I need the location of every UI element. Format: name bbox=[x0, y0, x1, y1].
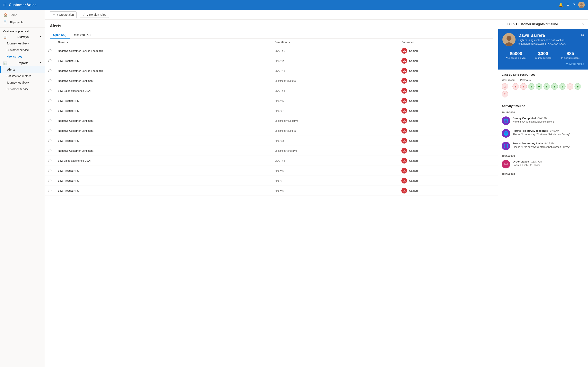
row-checkbox[interactable] bbox=[48, 169, 52, 172]
reports-header[interactable]: 📊 Reports ∧ bbox=[0, 60, 45, 66]
alerts-table: Name ∨ Condition ∨ Customer bbox=[45, 39, 498, 196]
nps-bubbles: 26799889792 bbox=[502, 83, 585, 98]
name-column-header[interactable]: Name ∨ bbox=[55, 39, 271, 46]
alerts-table-container[interactable]: Name ∨ Condition ∨ Customer bbox=[45, 39, 498, 367]
row-checkbox-cell[interactable] bbox=[45, 116, 55, 126]
sidebar-item-journey-feedback-report[interactable]: Journey feedback bbox=[0, 79, 45, 86]
tab-resolved[interactable]: Resolved (77) bbox=[70, 32, 94, 39]
surveys-header[interactable]: 📋 Surveys ∧ bbox=[0, 34, 45, 40]
row-checkbox[interactable] bbox=[48, 59, 52, 62]
customer-name-cell: Camero bbox=[409, 69, 419, 72]
sidebar-item-journey-feedback[interactable]: Journey feedback bbox=[0, 40, 45, 47]
table-row[interactable]: Negative Customer Sentiment Sentiment < … bbox=[45, 146, 498, 156]
table-row[interactable]: Low Product NPS NPS = 2 CE Camero bbox=[45, 56, 498, 66]
tab-open[interactable]: Open (23) bbox=[50, 32, 70, 39]
table-row[interactable]: Low Product NPS NPS < 3 CE Camero bbox=[45, 136, 498, 146]
row-checkbox[interactable] bbox=[48, 139, 52, 142]
nps-separator bbox=[510, 83, 510, 90]
surveys-label: Surveys bbox=[17, 35, 29, 39]
email-icon[interactable]: ✉ bbox=[581, 33, 584, 37]
row-checkbox-cell[interactable] bbox=[45, 46, 55, 56]
gear-icon[interactable]: ⚙ bbox=[566, 3, 570, 7]
alert-customer-cell: CE Camero bbox=[398, 86, 498, 96]
row-checkbox[interactable] bbox=[48, 79, 52, 82]
row-checkbox[interactable] bbox=[48, 89, 52, 92]
avatar[interactable] bbox=[578, 2, 585, 8]
chevron-up-icon: ∧ bbox=[39, 35, 42, 39]
row-checkbox[interactable] bbox=[48, 189, 52, 192]
customer-avatar-badge: CE bbox=[401, 88, 407, 94]
row-checkbox-cell[interactable] bbox=[45, 146, 55, 156]
customer-info-card: Dawn Barrera High earning customer, low … bbox=[498, 29, 588, 69]
nps-bubble-recent: 2 bbox=[502, 83, 508, 90]
row-checkbox[interactable] bbox=[48, 69, 52, 72]
view-alert-rules-button[interactable]: 🛡 View alert rules bbox=[80, 12, 109, 18]
table-row[interactable]: Negative Customer Sentiment Sentiment < … bbox=[45, 126, 498, 136]
row-checkbox-cell[interactable] bbox=[45, 66, 55, 76]
alert-condition-cell: CSAT = 1 bbox=[271, 66, 398, 76]
row-checkbox-cell[interactable] bbox=[45, 186, 55, 196]
table-row[interactable]: Low Product NPS NPS < 7 CE Camero bbox=[45, 176, 498, 186]
table-row[interactable]: Negative Customer Sentiment Sentiment = … bbox=[45, 116, 498, 126]
home-icon: 🏠 bbox=[3, 13, 7, 17]
view-full-profile-link[interactable]: View full profile bbox=[502, 61, 584, 66]
row-checkbox[interactable] bbox=[48, 159, 52, 162]
back-button[interactable]: ← bbox=[502, 22, 505, 26]
row-checkbox-cell[interactable] bbox=[45, 106, 55, 116]
table-row[interactable]: Low Product NPS NPS = 5 CE Camero bbox=[45, 166, 498, 176]
new-survey-label: New survey bbox=[7, 55, 22, 58]
sidebar-item-new-survey[interactable]: New survey bbox=[0, 53, 45, 60]
row-checkbox-cell[interactable] bbox=[45, 56, 55, 66]
table-row[interactable]: Negative Customer Sentiment Sentiment < … bbox=[45, 76, 498, 86]
table-row[interactable]: Low Sales experience CSAT CSAT < 4 CE Ca… bbox=[45, 156, 498, 166]
table-row[interactable]: Low Sales experience CSAT CSAT < 4 CE Ca… bbox=[45, 86, 498, 96]
row-checkbox[interactable] bbox=[48, 49, 52, 52]
sidebar: 🏠 Home 📄 All projects Customer support c… bbox=[0, 10, 45, 367]
nps-bubble-previous: 8 bbox=[544, 83, 550, 90]
help-icon[interactable]: ? bbox=[573, 3, 575, 7]
row-checkbox-cell[interactable] bbox=[45, 166, 55, 176]
table-row[interactable]: Low Product NPS NPS = 5 CE Camero bbox=[45, 186, 498, 196]
bell-icon[interactable]: 🔔 bbox=[559, 3, 563, 7]
waffle-icon[interactable]: ⊞ bbox=[3, 3, 6, 7]
stat-avg-spend-value: $5000 bbox=[502, 51, 530, 56]
sidebar-projects-label: All projects bbox=[9, 21, 23, 24]
alert-name-cell: Low Product NPS bbox=[55, 186, 271, 196]
row-checkbox[interactable] bbox=[48, 129, 52, 132]
order-icon: ✉ bbox=[502, 160, 510, 168]
customer-name-cell: Camero bbox=[409, 109, 419, 112]
sidebar-item-customer-service[interactable]: Customer service bbox=[0, 47, 45, 53]
row-checkbox[interactable] bbox=[48, 149, 52, 152]
alert-customer-cell: CE Camero bbox=[398, 116, 498, 126]
row-checkbox-cell[interactable] bbox=[45, 126, 55, 136]
sidebar-item-home[interactable]: 🏠 Home bbox=[0, 11, 45, 18]
table-row[interactable]: Low Product NPS NPS = 5 CE Camero bbox=[45, 96, 498, 106]
table-row[interactable]: Negative Customer Service Feedback CSAT … bbox=[45, 66, 498, 76]
event-desc: Booked a ticket to Hawaii bbox=[513, 164, 585, 167]
sidebar-item-alerts[interactable]: Alerts bbox=[0, 66, 45, 73]
sidebar-item-all-projects[interactable]: 📄 All projects bbox=[0, 18, 45, 26]
sidebar-item-satisfaction-metrics[interactable]: Satisfaction metrics bbox=[0, 73, 45, 79]
row-checkbox-cell[interactable] bbox=[45, 76, 55, 86]
customer-avatar-badge: CE bbox=[401, 68, 407, 74]
close-button[interactable]: ✕ bbox=[582, 22, 585, 26]
alert-customer-cell: CE Camero bbox=[398, 76, 498, 86]
row-checkbox[interactable] bbox=[48, 109, 52, 112]
row-checkbox-cell[interactable] bbox=[45, 156, 55, 166]
row-checkbox-cell[interactable] bbox=[45, 136, 55, 146]
customer-avatar-badge: CE bbox=[401, 148, 407, 154]
table-row[interactable]: Negative Customer Service Feedback CSAT … bbox=[45, 46, 498, 56]
row-checkbox[interactable] bbox=[48, 119, 52, 122]
row-checkbox-cell[interactable] bbox=[45, 86, 55, 96]
row-checkbox[interactable] bbox=[48, 179, 52, 182]
nps-bubble-previous: 9 bbox=[528, 83, 535, 90]
row-checkbox[interactable] bbox=[48, 99, 52, 102]
table-row[interactable]: Low Product NPS NPS < 7 CE Camero bbox=[45, 106, 498, 116]
sidebar-item-customer-service-report[interactable]: Customer service bbox=[0, 86, 45, 92]
condition-column-header[interactable]: Condition ∨ bbox=[271, 39, 398, 46]
timeline-date: 10/28/2020 bbox=[502, 111, 585, 114]
row-checkbox-cell[interactable] bbox=[45, 176, 55, 186]
row-checkbox-cell[interactable] bbox=[45, 96, 55, 106]
customer-column-header: Customer bbox=[398, 39, 498, 46]
create-alert-button[interactable]: ＋ + Create alert bbox=[50, 11, 77, 18]
